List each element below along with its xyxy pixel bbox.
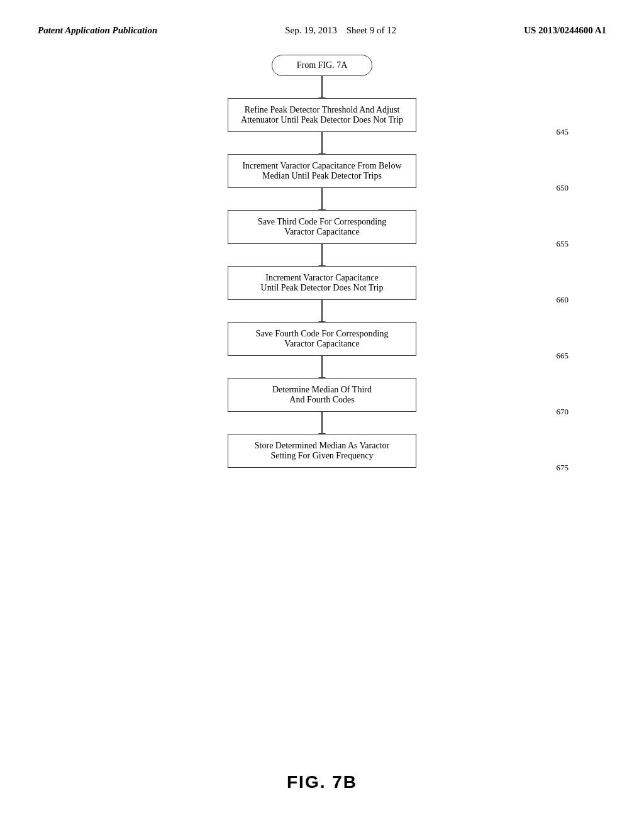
step-655-box: Save Third Code For Corresponding Varact… <box>228 210 416 244</box>
step-645-box: Refine Peak Detector Threshold And Adjus… <box>228 98 416 132</box>
step-665-label: 665 <box>557 351 569 361</box>
arrow-1 <box>321 132 323 154</box>
step-670-wrapper: Determine Median Of Third And Fourth Cod… <box>38 378 606 412</box>
step-650-box: Increment Varactor Capacitance From Belo… <box>228 154 416 188</box>
step-670-box: Determine Median Of Third And Fourth Cod… <box>228 378 416 412</box>
step-660-wrapper: Increment Varactor Capacitance Until Pea… <box>38 266 606 300</box>
step-650-wrapper: Increment Varactor Capacitance From Belo… <box>38 154 606 188</box>
arrow-6 <box>321 412 323 434</box>
step-645-label: 645 <box>557 127 569 137</box>
start-label: From FIG. 7A <box>272 55 372 76</box>
start-node-wrapper: From FIG. 7A <box>38 55 606 76</box>
header: Patent Application Publication Sep. 19, … <box>38 25 606 36</box>
arrow-2 <box>321 188 323 210</box>
patent-number: US 2013/0244600 A1 <box>524 25 606 36</box>
arrow-0 <box>321 76 323 98</box>
step-665-box: Save Fourth Code For Corresponding Varac… <box>228 322 416 356</box>
figure-caption: FIG. 7B <box>287 772 357 792</box>
step-665-wrapper: Save Fourth Code For Corresponding Varac… <box>38 322 606 356</box>
step-655-wrapper: Save Third Code For Corresponding Varact… <box>38 210 606 244</box>
step-660-box: Increment Varactor Capacitance Until Pea… <box>228 266 416 300</box>
arrow-3 <box>321 244 323 266</box>
start-node: From FIG. 7A <box>272 55 372 76</box>
step-670-label: 670 <box>557 407 569 417</box>
date-sheet: Sep. 19, 2013 Sheet 9 of 12 <box>285 25 396 36</box>
publication-label: Patent Application Publication <box>38 25 157 36</box>
step-660-label: 660 <box>557 295 569 305</box>
arrow-5 <box>321 356 323 378</box>
date: Sep. 19, 2013 <box>285 25 337 35</box>
step-645-wrapper: Refine Peak Detector Threshold And Adjus… <box>38 98 606 132</box>
flowchart: From FIG. 7A Refine Peak Detector Thresh… <box>38 55 606 468</box>
page: Patent Application Publication Sep. 19, … <box>0 0 644 830</box>
arrow-4 <box>321 300 323 322</box>
step-655-label: 655 <box>557 239 569 249</box>
step-650-label: 650 <box>557 183 569 193</box>
step-675-wrapper: Store Determined Median As Varactor Sett… <box>38 434 606 468</box>
step-675-box: Store Determined Median As Varactor Sett… <box>228 434 416 468</box>
sheet: Sheet 9 of 12 <box>347 25 397 35</box>
step-675-label: 675 <box>557 463 569 473</box>
